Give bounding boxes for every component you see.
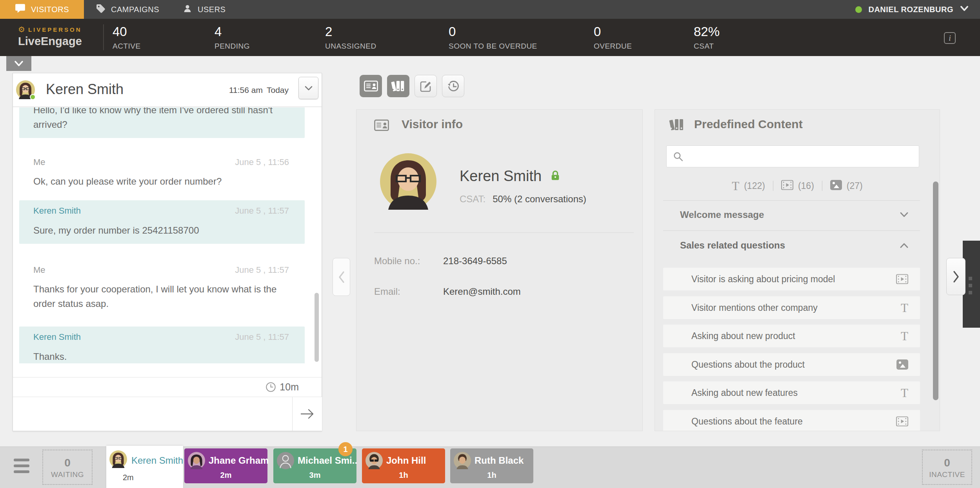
search-input[interactable] (689, 146, 916, 167)
divider (374, 232, 634, 233)
info-icon[interactable]: i (944, 32, 956, 44)
chevron-right-icon (952, 270, 960, 283)
binders-icon (669, 118, 685, 133)
brand-bottom-text: LiveEngage (18, 35, 82, 48)
content-item[interactable]: Questions about the product (663, 353, 920, 376)
user-menu[interactable]: DANIEL ROZENBURG (855, 0, 980, 19)
image-icon (896, 359, 908, 370)
drag-handle-dots (969, 277, 972, 280)
visitor-csat: CSAT: 50% (2 conversations) (460, 194, 586, 205)
brand-logo: ⚙LIVEPERSON LiveEngage (18, 25, 82, 48)
send-button[interactable] (292, 397, 322, 431)
section-sales-related-questions[interactable]: Sales related questions (663, 236, 920, 255)
field-value: 218-3649-6585 (443, 256, 507, 267)
chevron-down-icon (899, 212, 920, 218)
content-item[interactable]: Asking about new features T (663, 381, 920, 404)
stat-soon-overdue: 0SOON TO BE OVERDUE (449, 24, 537, 51)
nav-tab-campaigns[interactable]: CAMPAIGNS (84, 0, 171, 19)
conversation-bar: 0 WAITING Keren Smith 2m Jhane Grham 2m … (0, 446, 980, 488)
text-icon: T (901, 330, 908, 342)
conversation-tab-ruth-black[interactable]: Ruth Black 1h (450, 448, 533, 483)
divider (663, 200, 920, 201)
message-bubble: MeJune 5 , 11:57 Thanks for your coopera… (19, 265, 305, 311)
brand-top-text: LIVEPERSON (28, 26, 82, 33)
section-welcome-message[interactable]: Welcome message (663, 205, 920, 224)
stat-csat: 82%CSAT (694, 24, 720, 51)
avatar (188, 452, 205, 469)
content-item[interactable]: Asking about new product T (663, 325, 920, 347)
field-label: Mobile no.: (374, 256, 420, 267)
divider (773, 181, 773, 191)
waiting-slot[interactable]: 0 WAITING (42, 450, 93, 485)
chevron-up-icon (899, 242, 920, 249)
filter-text[interactable]: T (122) (732, 180, 765, 192)
field-label: Email: (374, 286, 400, 297)
nav-tab-label: CAMPAIGNS (111, 5, 159, 14)
predefined-content-panel: Predefined Content T (122) (16) (655, 109, 940, 431)
filter-image[interactable]: (27) (830, 180, 863, 192)
chevron-down-icon (304, 85, 313, 91)
panel-scrollbar[interactable] (933, 181, 938, 400)
chat-bubble-icon (15, 3, 25, 16)
stats-collapse-button[interactable] (6, 56, 31, 71)
unread-badge: 1 (338, 442, 353, 456)
text-icon: T (732, 180, 739, 192)
app-root: VISITORS CAMPAIGNS USERS DANIEL ROZENBUR… (0, 0, 980, 488)
clock-icon (265, 382, 276, 392)
message-input[interactable] (13, 397, 292, 431)
message-list[interactable]: Hello, I'd like to know why the item I'v… (13, 107, 322, 363)
history-icon (446, 80, 460, 93)
visitor-name: Keren Smith (460, 168, 542, 185)
conversation-tab-jhane-grham[interactable]: Jhane Grham 2m (184, 448, 267, 483)
avatar (109, 450, 127, 468)
content-type-filters: T (122) (16) (27) (655, 177, 940, 194)
arrow-right-icon (300, 407, 315, 421)
binders-icon (391, 80, 405, 93)
stat-unassigned: 2UNASSIGNED (325, 24, 376, 51)
avatar (16, 80, 35, 99)
tag-icon (96, 4, 105, 15)
panel-title: Visitor info (402, 118, 463, 131)
hamburger-menu-icon[interactable] (14, 459, 29, 476)
nav-tab-label: VISITORS (31, 5, 69, 14)
user-icon (183, 4, 192, 15)
collapse-chat-button[interactable] (333, 258, 350, 296)
user-name: DANIEL ROZENBURG (868, 5, 953, 14)
brand-divider (103, 24, 104, 50)
content-item[interactable]: Visitor mentions other company T (663, 296, 920, 319)
inactive-slot[interactable]: 0 INACTIVE (922, 450, 972, 485)
message-bubble: Hello, I'd like to know why the item I'v… (19, 107, 305, 138)
chevron-left-icon (337, 270, 346, 284)
stat-active: 40ACTIVE (113, 24, 141, 51)
lock-icon (550, 170, 560, 183)
top-nav: VISITORS CAMPAIGNS USERS DANIEL ROZENBUR… (0, 0, 980, 19)
chat-header: Keren Smith 11:56 amToday (13, 73, 322, 107)
nav-tab-visitors[interactable]: VISITORS (0, 0, 84, 19)
nav-tab-users[interactable]: USERS (171, 0, 237, 19)
content-item[interactable]: Questions about the feature (663, 410, 920, 431)
search-icon (673, 151, 684, 162)
image-icon (830, 180, 842, 192)
avatar (380, 153, 436, 210)
visitor-info-toggle-button[interactable] (360, 75, 382, 97)
conversation-tab-michael-smith[interactable]: 1 Michael Smi.. 3m (273, 448, 356, 483)
conversation-actions-dropdown[interactable] (298, 77, 318, 99)
text-icon: T (901, 302, 908, 314)
avatar (277, 452, 294, 469)
predefined-content-toggle-button[interactable] (387, 75, 409, 97)
filter-video[interactable]: (16) (781, 180, 814, 192)
drag-handle-dots (969, 291, 972, 294)
chat-scrollbar[interactable] (315, 293, 319, 362)
divider (822, 181, 822, 191)
content-item[interactable]: Visitor is asking about pricing model (663, 268, 920, 290)
chevron-down-icon (960, 5, 969, 13)
message-bubble: Keren SmithJune 5 , 11:57 Sure, my order… (19, 200, 305, 244)
visitor-info-panel: Visitor info Keren Smith CSAT: 50% (2 co… (356, 109, 643, 431)
conversation-tab-keren-smith[interactable]: Keren Smith 2m (106, 446, 183, 488)
widget-toolbar (360, 75, 464, 97)
expand-dock-button[interactable] (946, 258, 965, 295)
conversation-tab-john-hill[interactable]: John Hill 1h (362, 448, 445, 483)
history-button[interactable] (442, 75, 464, 97)
conversation-start-time: 11:56 amToday (229, 85, 289, 95)
compose-note-button[interactable] (415, 75, 437, 97)
